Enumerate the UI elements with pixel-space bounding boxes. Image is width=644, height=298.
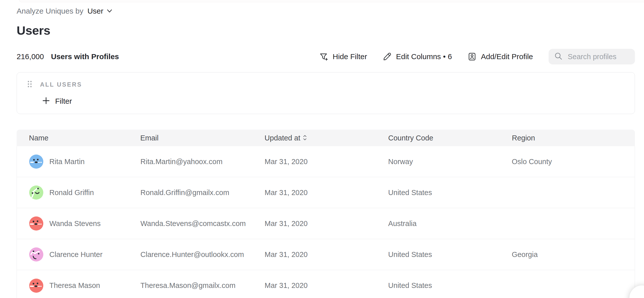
- funnel-plus-icon: [319, 52, 328, 61]
- user-updated: Mar 31, 2020: [265, 250, 388, 259]
- profiles-count-label: Users with Profiles: [51, 52, 119, 61]
- column-header-updated-at[interactable]: Updated at: [265, 134, 388, 142]
- plus-icon: [42, 97, 50, 106]
- edit-columns-label: Edit Columns • 6: [396, 52, 452, 61]
- toolbar: Hide Filter Edit Columns • 6: [319, 49, 635, 64]
- edit-columns-button[interactable]: Edit Columns • 6: [383, 52, 452, 61]
- search-icon: [554, 52, 563, 61]
- user-updated: Mar 31, 2020: [265, 189, 388, 197]
- user-name: Theresa Mason: [49, 281, 100, 290]
- profiles-count-group: 216,000 Users with Profiles: [17, 52, 119, 61]
- add-filter-button[interactable]: Filter: [42, 96, 635, 107]
- user-email: Theresa.Mason@gmailx.com: [140, 281, 265, 290]
- profile-card-icon: [468, 52, 477, 61]
- user-email: Ronald.Griffin@gmailx.com: [140, 189, 265, 197]
- add-filter-label: Filter: [55, 97, 72, 105]
- column-header-name[interactable]: Name: [17, 134, 140, 142]
- user-country: United States: [388, 189, 512, 197]
- user-name: Rita Martin: [49, 158, 85, 166]
- avatar: [29, 279, 43, 293]
- user-updated: Mar 31, 2020: [265, 281, 388, 290]
- analyze-uniques-bar: Analyze Uniques by User: [17, 7, 635, 16]
- user-region: Georgia: [512, 250, 635, 259]
- pencil-icon: [383, 52, 392, 61]
- user-email: Rita.Martin@yahoox.com: [140, 158, 265, 166]
- search-profiles-input[interactable]: [567, 52, 629, 61]
- column-header-country-code[interactable]: Country Code: [388, 134, 512, 142]
- user-country: United States: [388, 281, 512, 290]
- user-name: Wanda Stevens: [49, 219, 101, 228]
- user-country: United States: [388, 250, 512, 259]
- table-row[interactable]: Ronald Griffin Ronald.Griffin@gmailx.com…: [17, 177, 635, 208]
- filter-panel: ALL USERS Filter: [17, 72, 635, 114]
- table-body: Rita Martin Rita.Martin@yahoox.com Mar 3…: [17, 146, 635, 298]
- users-page: Analyze Uniques by User Users 216,000 Us…: [0, 7, 644, 298]
- user-updated: Mar 31, 2020: [265, 219, 388, 228]
- analyze-uniques-value[interactable]: User: [87, 7, 103, 15]
- chevron-down-icon[interactable]: [106, 9, 113, 13]
- user-region: Oslo County: [512, 158, 635, 166]
- column-header-email[interactable]: Email: [140, 134, 265, 142]
- table-row[interactable]: Clarence Hunter Clarence.Hunter@outlookx…: [17, 239, 635, 270]
- table-row[interactable]: Theresa Mason Theresa.Mason@gmailx.com M…: [17, 270, 635, 298]
- table-header: Name Email Updated at Country Code Regio…: [17, 130, 635, 146]
- user-updated: Mar 31, 2020: [265, 158, 388, 166]
- profiles-count: 216,000: [17, 52, 44, 61]
- avatar: [29, 216, 43, 231]
- avatar: [29, 185, 43, 200]
- user-name: Ronald Griffin: [49, 189, 94, 197]
- add-edit-profile-label: Add/Edit Profile: [481, 52, 533, 61]
- user-country: Norway: [388, 158, 512, 166]
- table-row[interactable]: Wanda Stevens Wanda.Stevens@comcastx.com…: [17, 208, 635, 239]
- sort-icon[interactable]: [303, 134, 307, 142]
- scope-label: ALL USERS: [40, 81, 82, 88]
- user-email: Wanda.Stevens@comcastx.com: [140, 219, 265, 228]
- add-edit-profile-button[interactable]: Add/Edit Profile: [468, 52, 533, 61]
- hide-filter-button[interactable]: Hide Filter: [319, 52, 367, 61]
- dismissed-popover-edge: [19, 0, 644, 2]
- user-country: Australia: [388, 219, 512, 228]
- user-name: Clarence Hunter: [49, 250, 102, 259]
- table-row[interactable]: Rita Martin Rita.Martin@yahoox.com Mar 3…: [17, 146, 635, 177]
- search-profiles-box[interactable]: [549, 49, 635, 64]
- avatar: [29, 155, 43, 169]
- user-email: Clarence.Hunter@outlookx.com: [140, 250, 265, 259]
- users-table: Name Email Updated at Country Code Regio…: [17, 130, 635, 298]
- page-title: Users: [17, 23, 635, 38]
- hide-filter-label: Hide Filter: [333, 52, 367, 61]
- analyze-uniques-label: Analyze Uniques by: [17, 7, 83, 15]
- avatar: [29, 247, 43, 262]
- stats-toolbar-row: 216,000 Users with Profiles Hide Filter: [17, 48, 635, 65]
- drag-handle-icon[interactable]: [27, 80, 32, 89]
- column-header-region[interactable]: Region: [512, 134, 635, 142]
